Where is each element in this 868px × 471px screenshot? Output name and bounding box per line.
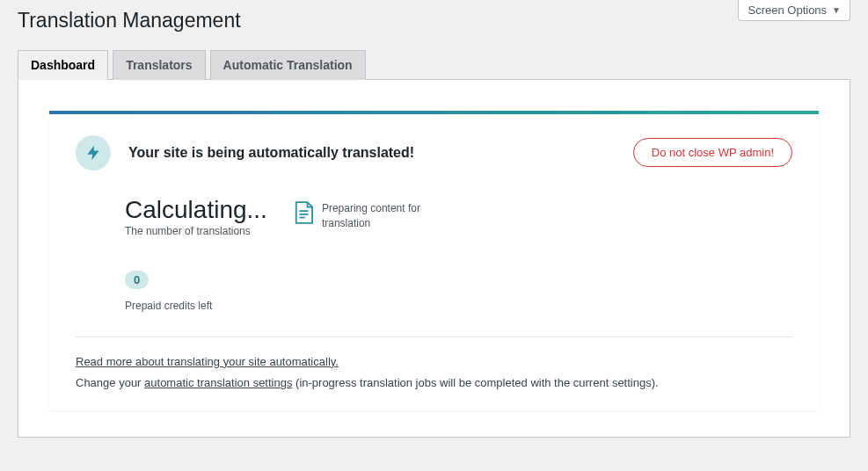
credits-block: 0 Prepaid credits left [125, 271, 792, 312]
calculating-title: Calculating... [125, 197, 267, 224]
preparing-block: Preparing content for translation [294, 197, 427, 231]
chevron-down-icon: ▼ [832, 5, 841, 15]
calculating-subtitle: The number of translations [125, 225, 267, 237]
warning-badge: Do not close WP admin! [633, 138, 792, 167]
status-body: Calculating... The number of translation… [125, 197, 792, 237]
footer-links: Read more about translating your site au… [76, 351, 792, 395]
tab-automatic-translation[interactable]: Automatic Translation [210, 50, 366, 80]
document-icon [294, 201, 313, 224]
change-suffix: (in-progress translation jobs will be co… [292, 376, 658, 389]
credits-label: Prepaid credits left [125, 300, 792, 312]
preparing-text: Preparing content for translation [322, 201, 427, 231]
page-title: Translation Management [18, 0, 850, 50]
credits-value: 0 [125, 271, 149, 289]
change-prefix: Change your [76, 376, 144, 389]
settings-link[interactable]: automatic translation settings [144, 376, 292, 389]
lightning-icon [76, 135, 111, 170]
status-box: Your site is being automatically transla… [49, 111, 819, 410]
screen-options-label: Screen Options [748, 4, 827, 17]
divider [76, 337, 792, 337]
tab-dashboard[interactable]: Dashboard [18, 50, 108, 80]
read-more-link[interactable]: Read more about translating your site au… [76, 355, 339, 368]
status-header: Your site is being automatically transla… [76, 135, 792, 170]
screen-options-button[interactable]: Screen Options ▼ [738, 0, 850, 21]
tab-translators[interactable]: Translators [113, 50, 205, 80]
nav-tabs: Dashboard Translators Automatic Translat… [18, 50, 850, 80]
dashboard-panel: Your site is being automatically transla… [18, 80, 850, 438]
calculating-block: Calculating... The number of translation… [125, 197, 267, 237]
status-heading: Your site is being automatically transla… [128, 145, 616, 161]
